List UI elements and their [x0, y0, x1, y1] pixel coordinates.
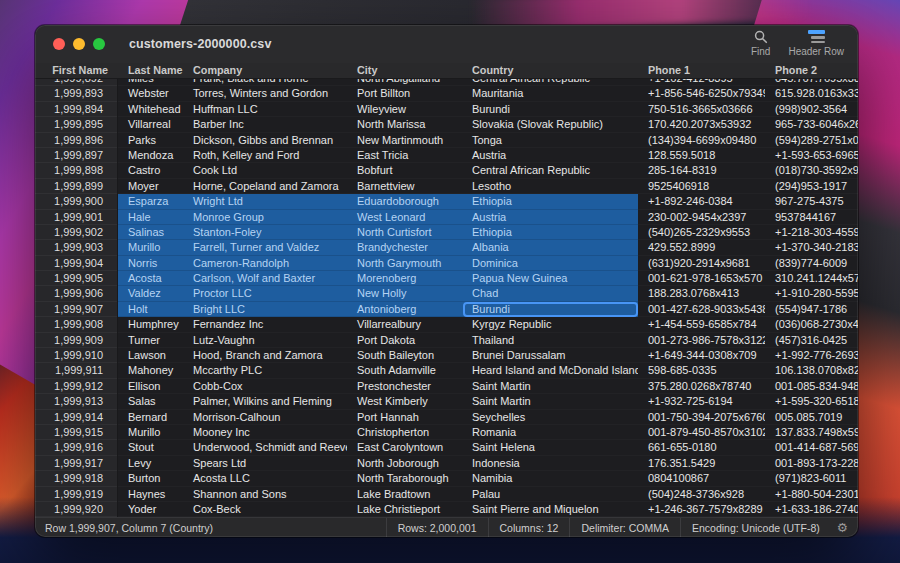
- last-name-cell[interactable]: Castro: [118, 163, 183, 178]
- phone1-cell[interactable]: 001-427-628-9033x5438: [638, 302, 765, 317]
- last-name-cell[interactable]: Humphrey: [118, 317, 183, 332]
- phone2-cell[interactable]: +1-633-186-2740x76: [765, 502, 858, 517]
- row-number-cell[interactable]: 1,999,907: [35, 302, 118, 317]
- phone2-cell[interactable]: (998)902-3564: [765, 102, 858, 117]
- last-name-cell[interactable]: Webster: [118, 86, 183, 101]
- country-cell[interactable]: Namibia: [462, 471, 638, 486]
- city-cell[interactable]: North Garymouth: [347, 256, 462, 271]
- phone1-cell[interactable]: +1-454-559-6585x784: [638, 317, 765, 332]
- phone2-cell[interactable]: (971)823-6011: [765, 471, 858, 486]
- row-number-cell[interactable]: 1,999,897: [35, 148, 118, 163]
- phone1-cell[interactable]: 128.559.5018: [638, 148, 765, 163]
- last-name-cell[interactable]: Mahoney: [118, 363, 183, 378]
- city-cell[interactable]: New Martinmouth: [347, 133, 462, 148]
- phone1-cell[interactable]: 9525406918: [638, 179, 765, 194]
- country-cell[interactable]: Dominica: [462, 256, 638, 271]
- last-name-cell[interactable]: Lawson: [118, 348, 183, 363]
- row-number-cell[interactable]: 1,999,903: [35, 240, 118, 255]
- country-cell[interactable]: Burundi: [462, 102, 638, 117]
- row-number-cell[interactable]: 1,999,894: [35, 102, 118, 117]
- city-cell[interactable]: South Baileyton: [347, 348, 462, 363]
- phone1-cell[interactable]: 375.280.0268x78740: [638, 379, 765, 394]
- phone1-cell[interactable]: 230-002-9454x2397: [638, 210, 765, 225]
- row-number-cell[interactable]: 1,999,913: [35, 394, 118, 409]
- company-cell[interactable]: Shannon and Sons: [183, 487, 347, 502]
- company-cell[interactable]: Cameron-Randolph: [183, 256, 347, 271]
- city-cell[interactable]: Morenoberg: [347, 271, 462, 286]
- city-cell[interactable]: Villarrealbury: [347, 317, 462, 332]
- country-cell[interactable]: Saint Pierre and Miquelon: [462, 502, 638, 517]
- last-name-cell[interactable]: Turner: [118, 333, 183, 348]
- header-row-button[interactable]: Header Row: [788, 29, 844, 57]
- last-name-cell[interactable]: Miles: [118, 79, 183, 86]
- phone2-cell[interactable]: (554)947-1786: [765, 302, 858, 317]
- last-name-cell[interactable]: Stout: [118, 440, 183, 455]
- company-cell[interactable]: Stanton-Foley: [183, 225, 347, 240]
- company-cell[interactable]: Cobb-Cox: [183, 379, 347, 394]
- row-number-cell[interactable]: 1,999,893: [35, 86, 118, 101]
- country-cell[interactable]: Heard Island and McDonald Islands: [462, 363, 638, 378]
- last-name-cell[interactable]: Valdez: [118, 286, 183, 301]
- company-cell[interactable]: Huffman LLC: [183, 102, 347, 117]
- phone1-cell[interactable]: 188.283.0768x413: [638, 286, 765, 301]
- row-number-cell[interactable]: 1,999,899: [35, 179, 118, 194]
- company-cell[interactable]: Spears Ltd: [183, 456, 347, 471]
- row-number-cell[interactable]: 1,999,901: [35, 210, 118, 225]
- row-number-cell[interactable]: 1,999,902: [35, 225, 118, 240]
- column-header-company[interactable]: Company: [183, 63, 347, 78]
- phone1-cell[interactable]: 170.420.2073x53932: [638, 117, 765, 132]
- phone1-cell[interactable]: (631)920-2914x9681: [638, 256, 765, 271]
- last-name-cell[interactable]: Burton: [118, 471, 183, 486]
- city-cell[interactable]: Barnettview: [347, 179, 462, 194]
- city-cell[interactable]: Prestonchester: [347, 379, 462, 394]
- last-name-cell[interactable]: Haynes: [118, 487, 183, 502]
- country-cell[interactable]: Slovakia (Slovak Republic): [462, 117, 638, 132]
- country-cell[interactable]: Central African Republic: [462, 79, 638, 86]
- country-cell[interactable]: Saint Martin: [462, 379, 638, 394]
- phone1-cell[interactable]: +1-932-725-6194: [638, 394, 765, 409]
- row-number-cell[interactable]: 1,999,918: [35, 471, 118, 486]
- city-cell[interactable]: North Joborough: [347, 456, 462, 471]
- country-cell[interactable]: Kyrgyz Republic: [462, 317, 638, 332]
- zoom-button[interactable]: [93, 38, 105, 50]
- last-name-cell[interactable]: Murillo: [118, 240, 183, 255]
- last-name-cell[interactable]: Salas: [118, 394, 183, 409]
- last-name-cell[interactable]: Moyer: [118, 179, 183, 194]
- city-cell[interactable]: Port Dakota: [347, 333, 462, 348]
- company-cell[interactable]: Wright Ltd: [183, 194, 347, 209]
- country-cell[interactable]: Thailand: [462, 333, 638, 348]
- phone1-cell[interactable]: +1-892-246-0384: [638, 194, 765, 209]
- phone2-cell[interactable]: (018)730-3592x9125: [765, 163, 858, 178]
- country-cell[interactable]: Saint Helena: [462, 440, 638, 455]
- company-cell[interactable]: Underwood, Schmidt and Reeves: [183, 440, 347, 455]
- city-cell[interactable]: Eduardoborough: [347, 194, 462, 209]
- phone1-cell[interactable]: 285-164-8319: [638, 163, 765, 178]
- phone2-cell[interactable]: +1-593-653-6965x44: [765, 148, 858, 163]
- company-cell[interactable]: Palmer, Wilkins and Fleming: [183, 394, 347, 409]
- row-number-cell[interactable]: 1,999,905: [35, 271, 118, 286]
- city-cell[interactable]: West Kimberly: [347, 394, 462, 409]
- country-cell[interactable]: Saint Martin: [462, 394, 638, 409]
- last-name-cell[interactable]: Yoder: [118, 502, 183, 517]
- phone2-cell[interactable]: +1-218-303-4559x84: [765, 225, 858, 240]
- country-cell[interactable]: Central African Republic: [462, 163, 638, 178]
- city-cell[interactable]: New Holly: [347, 286, 462, 301]
- city-cell[interactable]: Antonioberg: [347, 302, 462, 317]
- phone1-cell[interactable]: 001-750-394-2075x6760: [638, 410, 765, 425]
- phone2-cell[interactable]: 005.085.7019: [765, 410, 858, 425]
- row-number-cell[interactable]: 1,999,911: [35, 363, 118, 378]
- phone2-cell[interactable]: 965-733-6046x2688: [765, 117, 858, 132]
- last-name-cell[interactable]: Hale: [118, 210, 183, 225]
- company-cell[interactable]: Lutz-Vaughn: [183, 333, 347, 348]
- phone1-cell[interactable]: 001-621-978-1653x570: [638, 271, 765, 286]
- phone1-cell[interactable]: 176.351.5429: [638, 456, 765, 471]
- city-cell[interactable]: East Carolyntown: [347, 440, 462, 455]
- company-cell[interactable]: Barber Inc: [183, 117, 347, 132]
- last-name-cell[interactable]: Salinas: [118, 225, 183, 240]
- city-cell[interactable]: Wileyview: [347, 102, 462, 117]
- company-cell[interactable]: Fernandez Inc: [183, 317, 347, 332]
- row-number-cell[interactable]: 1,999,910: [35, 348, 118, 363]
- country-cell[interactable]: Ethiopia: [462, 194, 638, 209]
- phone1-cell[interactable]: (134)394-6699x09480: [638, 133, 765, 148]
- phone1-cell[interactable]: 598-685-0335: [638, 363, 765, 378]
